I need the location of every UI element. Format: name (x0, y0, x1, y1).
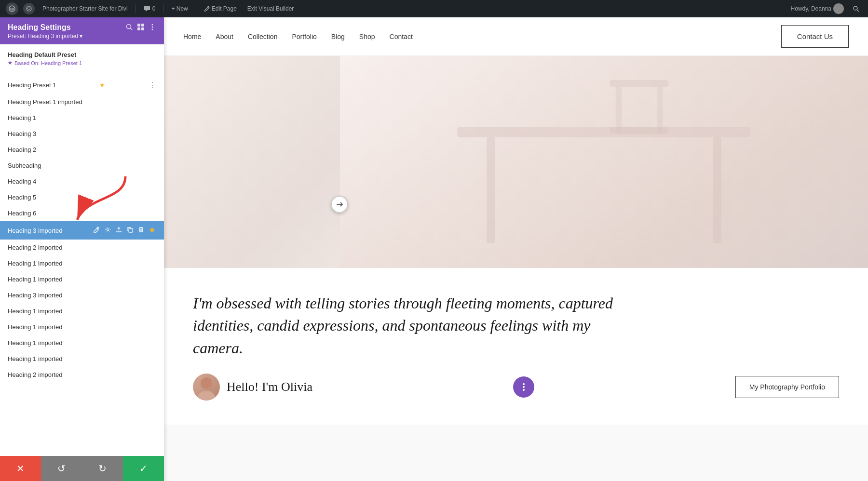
comment-count[interactable]: 0 (141, 5, 159, 12)
svg-point-27 (523, 383, 525, 385)
default-preset-based: ★ Based On: Heading Preset 1 (8, 60, 156, 66)
svg-point-25 (201, 377, 212, 389)
panel-title: Heading Settings (8, 23, 82, 32)
preset-item[interactable]: Heading 2 imported (0, 240, 164, 255)
preset-item[interactable]: Heading 1 imported (0, 351, 164, 367)
separator2 (163, 4, 163, 13)
svg-point-29 (523, 389, 525, 391)
edit-icon[interactable] (93, 226, 101, 235)
svg-rect-9 (137, 27, 140, 30)
preset-item[interactable]: Heading 1 imported (0, 335, 164, 351)
preset-item[interactable]: Heading 3 imported (0, 221, 164, 240)
admin-avatar (833, 3, 844, 14)
website-preview: HomeAboutCollectionPortfolioBlogShopCont… (164, 17, 868, 481)
preset-label: Heading 2 (8, 146, 36, 153)
save-button[interactable]: ✓ (123, 456, 164, 481)
delete-icon[interactable] (137, 226, 145, 235)
preset-item[interactable]: Heading 1 imported (0, 319, 164, 335)
preset-item[interactable]: Heading 3 imported (0, 287, 164, 303)
site-icon[interactable] (23, 3, 35, 14)
preset-label: Heading 3 imported (8, 227, 62, 234)
hero-image (164, 56, 868, 268)
quote-text: I'm obsessed with telling stories throug… (193, 292, 627, 359)
swap-handle[interactable] (331, 196, 348, 213)
preset-item[interactable]: Heading 5 (0, 189, 164, 205)
edit-page-button[interactable]: Edit Page (201, 5, 240, 12)
svg-point-11 (152, 24, 153, 26)
star-icon: ★ (8, 60, 13, 66)
star-icon[interactable] (148, 226, 156, 235)
content-section: I'm obsessed with telling stories throug… (164, 268, 868, 425)
preset-item[interactable]: Heading 4 (0, 174, 164, 189)
panel-header: Heading Settings Preset: Heading 3 impor… (0, 17, 164, 44)
site-nav: HomeAboutCollectionPortfolioBlogShopCont… (164, 17, 868, 56)
svg-point-13 (152, 29, 153, 30)
preset-label: Heading 1 imported (8, 323, 62, 331)
preset-label: Heading 6 (8, 210, 36, 217)
preset-item[interactable]: Heading 2 (0, 142, 164, 158)
wp-logo[interactable]: W (6, 2, 18, 15)
exit-builder-button[interactable]: Exit Visual Builder (244, 5, 297, 12)
preset-list: Heading Preset 1★⋮Heading Preset 1 impor… (0, 73, 164, 456)
svg-rect-21 (610, 80, 669, 87)
nav-link[interactable]: About (216, 33, 233, 40)
preset-item[interactable]: Heading 1 imported (0, 255, 164, 271)
undo-button[interactable]: ↺ (41, 456, 82, 481)
redo-button[interactable]: ↻ (82, 456, 123, 481)
search-button[interactable] (850, 5, 862, 12)
preset-item[interactable]: Heading Preset 1 imported (0, 94, 164, 110)
preset-item[interactable]: Subheading (0, 158, 164, 174)
portfolio-button[interactable]: My Photography Portfolio (735, 376, 839, 398)
preset-item[interactable]: Heading 1 imported (0, 303, 164, 319)
main-content: Heading Settings Preset: Heading 3 impor… (0, 17, 868, 481)
new-button[interactable]: + New (168, 5, 190, 12)
panel-more-icon[interactable] (149, 23, 156, 32)
svg-point-28 (523, 386, 525, 388)
more-icon[interactable]: ⋮ (149, 80, 156, 90)
preset-label: Heading 1 imported (8, 276, 62, 283)
preset-item[interactable]: Heading 1 (0, 110, 164, 126)
preset-toolbar (93, 226, 156, 235)
contact-button[interactable]: Contact Us (781, 25, 849, 48)
bottom-bar: ✕ ↺ ↻ ✓ (0, 456, 164, 481)
nav-link[interactable]: Home (183, 33, 201, 40)
fab-button[interactable] (513, 376, 534, 398)
default-preset-title: Heading Default Preset (8, 51, 156, 58)
nav-link[interactable]: Shop (359, 33, 375, 40)
panel-preset[interactable]: Preset: Heading 3 imported ▾ (8, 33, 82, 40)
left-panel: Heading Settings Preset: Heading 3 impor… (0, 17, 164, 481)
preset-item[interactable]: Heading 6 (0, 205, 164, 221)
profile-avatar (193, 374, 220, 401)
nav-link[interactable]: Blog (331, 33, 345, 40)
duplicate-icon[interactable] (126, 226, 134, 235)
nav-link[interactable]: Collection (248, 33, 277, 40)
svg-rect-10 (141, 27, 144, 30)
preset-item[interactable]: Heading 2 imported (0, 367, 164, 383)
default-preset-section: Heading Default Preset ★ Based On: Headi… (0, 44, 164, 73)
preset-label: Subheading (8, 162, 41, 169)
export-icon[interactable] (115, 226, 123, 235)
howdy-label[interactable]: Howdy, Deanna (788, 3, 847, 14)
svg-rect-15 (129, 228, 133, 232)
panel-search-icon[interactable] (125, 23, 133, 32)
profile-name: Hello! I'm Olivia (227, 380, 312, 394)
site-name[interactable]: Photographer Starter Site for Divi (40, 5, 131, 12)
svg-rect-7 (137, 24, 140, 27)
preset-item[interactable]: Heading Preset 1★⋮ (0, 76, 164, 94)
preset-label: Heading 4 (8, 178, 36, 185)
preset-label: Heading Preset 1 (8, 81, 56, 89)
profile-section: Hello! I'm Olivia My Photography Portfol… (193, 374, 839, 410)
settings-icon[interactable] (104, 226, 112, 235)
admin-bar: W Photographer Starter Site for Divi 0 +… (0, 0, 868, 17)
cancel-button[interactable]: ✕ (0, 456, 41, 481)
nav-link[interactable]: Portfolio (292, 33, 316, 40)
preset-item[interactable]: Heading 3 (0, 126, 164, 142)
star-icon: ★ (99, 81, 105, 89)
preset-item[interactable]: Heading 1 imported (0, 271, 164, 287)
preset-label: Heading 5 (8, 194, 36, 201)
preset-label: Heading 3 imported (8, 292, 62, 299)
svg-rect-19 (487, 137, 495, 243)
svg-point-12 (152, 27, 153, 28)
nav-link[interactable]: Contact (390, 33, 413, 40)
panel-grid-icon[interactable] (137, 23, 145, 32)
